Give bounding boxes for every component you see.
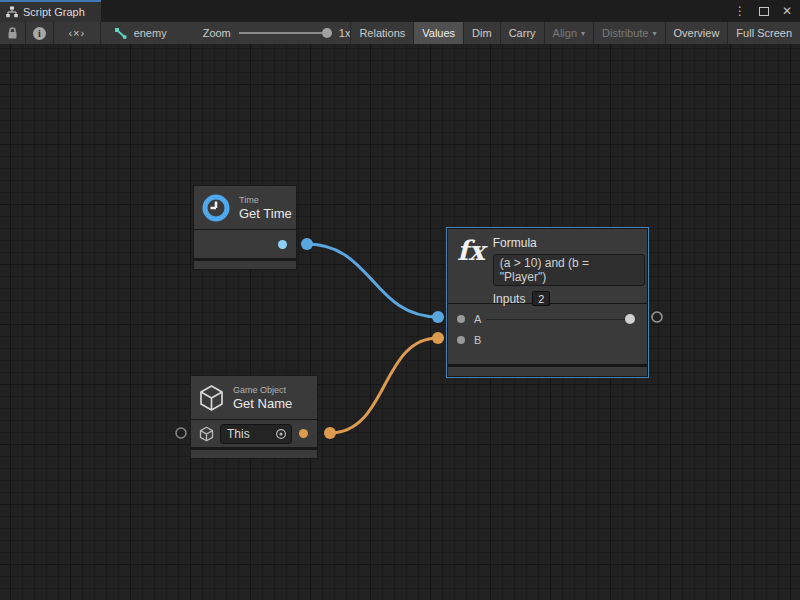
toolbar-buttons: Relations Values Dim Carry Align▾ Distri…	[350, 22, 800, 44]
get-time-body	[194, 230, 296, 258]
wire-blue-start-dot[interactable]	[301, 238, 313, 250]
wire-time-to-formula[interactable]	[307, 244, 438, 317]
zoom-label: Zoom	[203, 27, 231, 39]
relations-button[interactable]: Relations	[350, 22, 413, 44]
graph-hierarchy-icon	[6, 6, 18, 18]
port-a-value-line	[486, 319, 633, 320]
formula-input-port-a[interactable]	[457, 315, 465, 323]
script-graph-window: Script Graph ⋮ ✕ i ‹×›	[0, 0, 800, 600]
node-get-time[interactable]: Time Get Time	[193, 185, 297, 270]
graph-toolbar: i ‹×› enemy Zoom 1x Relations Values	[0, 22, 800, 44]
breadcrumb-label: enemy	[134, 27, 167, 39]
node-get-name[interactable]: Game Object Get Name This	[190, 375, 318, 459]
wire-orange-end-dot[interactable]	[432, 332, 444, 344]
inputs-label: Inputs	[493, 292, 526, 306]
formula-output-port[interactable]	[625, 314, 635, 324]
get-time-footer	[194, 261, 296, 269]
info-button[interactable]: i	[26, 22, 54, 44]
values-button[interactable]: Values	[413, 22, 463, 44]
node-title: Get Name	[233, 396, 292, 411]
window-maximize-icon[interactable]	[759, 7, 769, 16]
port-b-label: B	[474, 334, 481, 346]
window-close-icon[interactable]: ✕	[782, 5, 792, 17]
formula-input-port-b[interactable]	[457, 336, 465, 344]
wires-layer	[0, 44, 800, 600]
get-name-input-outer-ring[interactable]	[176, 428, 186, 438]
game-object-mini-icon	[199, 426, 214, 442]
chevron-down-icon: ▾	[581, 29, 585, 38]
target-object-value: This	[227, 427, 275, 441]
node-category: Time	[239, 195, 292, 205]
formula-output-outer-ring[interactable]	[652, 312, 662, 322]
tab-title: Script Graph	[23, 6, 85, 18]
breadcrumb[interactable]: enemy	[114, 22, 167, 44]
tab-script-graph[interactable]: Script Graph	[0, 0, 101, 22]
inputs-count-field[interactable]: 2	[532, 291, 550, 306]
zoom-control: Zoom 1x	[203, 22, 351, 44]
get-name-body: This	[191, 420, 317, 447]
formula-body: A B	[448, 304, 647, 364]
wire-orange-start-dot[interactable]	[324, 427, 336, 439]
graph-canvas[interactable]: Time Get Time fx Formula (a > 10) and (b…	[0, 44, 800, 600]
graph-asset-icon	[114, 27, 128, 40]
distribute-button[interactable]: Distribute▾	[593, 22, 664, 44]
window-menu-icon[interactable]: ⋮	[734, 5, 746, 17]
get-name-header: Game Object Get Name	[191, 376, 317, 419]
port-row-b: B	[448, 329, 647, 350]
port-a-label: A	[474, 313, 481, 325]
formula-footer	[448, 367, 647, 376]
lock-button[interactable]	[0, 22, 26, 44]
zoom-slider[interactable]	[239, 32, 331, 34]
carry-button[interactable]: Carry	[500, 22, 544, 44]
align-button[interactable]: Align▾	[544, 22, 593, 44]
target-object-field[interactable]: This	[220, 424, 292, 444]
node-title: Formula	[493, 236, 645, 250]
dim-button[interactable]: Dim	[463, 22, 500, 44]
port-row-a: A	[448, 308, 647, 329]
formula-expression-input[interactable]: (a > 10) and (b = "Player")	[493, 254, 645, 286]
title-bar: Script Graph ⋮ ✕	[0, 0, 800, 22]
zoom-value: 1x	[339, 27, 351, 39]
get-time-output-port[interactable]	[278, 240, 287, 249]
formula-header: fx Formula (a > 10) and (b = "Player") I…	[448, 229, 647, 303]
get-name-output-port[interactable]	[299, 429, 308, 438]
node-formula[interactable]: fx Formula (a > 10) and (b = "Player") I…	[446, 227, 649, 378]
wire-blue-end-dot[interactable]	[432, 311, 444, 323]
get-time-header: Time Get Time	[194, 186, 296, 229]
full-screen-button[interactable]: Full Screen	[727, 22, 800, 44]
window-controls: ⋮ ✕	[734, 0, 792, 22]
code-icon: ‹×›	[68, 27, 85, 39]
cube-icon	[198, 384, 225, 412]
clock-icon	[201, 193, 231, 223]
lock-icon	[7, 27, 18, 40]
get-name-footer	[191, 450, 317, 458]
chevron-down-icon: ▾	[653, 29, 657, 38]
node-title: Get Time	[239, 206, 292, 221]
zoom-slider-handle[interactable]	[322, 28, 332, 38]
overview-button[interactable]: Overview	[665, 22, 728, 44]
code-preview-button[interactable]: ‹×›	[54, 22, 101, 44]
object-picker-icon[interactable]	[275, 428, 287, 440]
node-category: Game Object	[233, 385, 292, 395]
info-icon: i	[33, 27, 46, 40]
formula-fx-icon: fx	[457, 236, 485, 266]
wire-getname-to-formula[interactable]	[330, 338, 438, 433]
